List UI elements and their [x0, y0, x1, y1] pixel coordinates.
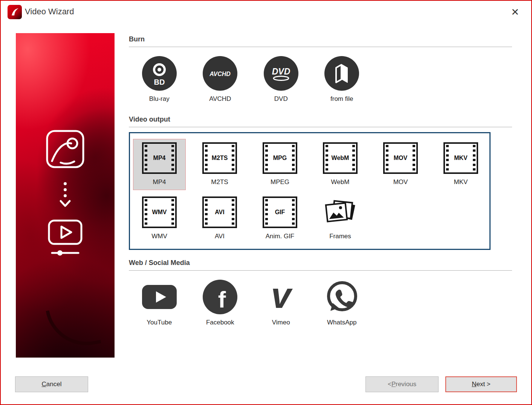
video-output-item-frames[interactable]: Frames — [314, 193, 367, 244]
film-icon: AVI — [202, 196, 237, 228]
video-player-icon — [49, 221, 81, 256]
video-output-item-avi[interactable]: AVI AVI — [193, 193, 246, 244]
film-holes — [352, 145, 355, 171]
video-output-label: MOV — [393, 178, 408, 186]
avchd-disc-icon: AVCHD — [203, 56, 237, 91]
web-item-facebook[interactable]: f Facebook — [190, 280, 251, 326]
button-text: ext > — [476, 381, 490, 388]
cancel-button[interactable]: Cancel — [15, 376, 88, 392]
film-holes — [145, 199, 147, 225]
film-holes — [171, 199, 174, 225]
film-holes — [292, 145, 295, 171]
svg-text:v: v — [271, 280, 293, 314]
web-item-whatsapp[interactable]: WhatsApp — [312, 280, 373, 326]
film-holes — [473, 145, 475, 171]
video-output-label: Frames — [329, 233, 351, 240]
window-title: Video Wizard — [25, 7, 74, 17]
video-output-item-mkv[interactable]: MKV MKV — [434, 139, 487, 190]
video-wizard-dialog: { "window": { "title": "Video Wizard", "… — [0, 0, 532, 405]
arrow-down-icon — [61, 182, 70, 206]
film-icon: M2TS — [202, 142, 237, 174]
video-output-label: WMV — [151, 233, 167, 240]
section-title-video-output: Video output — [129, 116, 512, 127]
burn-item-bluray[interactable]: BD Blu-ray — [129, 56, 190, 103]
video-output-label: MKV — [454, 178, 468, 186]
youtube-icon — [142, 280, 177, 314]
button-text: N — [472, 381, 476, 388]
whatsapp-icon — [324, 280, 359, 314]
film-icon: MKV — [443, 142, 478, 174]
title-bar: Video Wizard ✕ — [1, 1, 531, 24]
wizard-sidebar-image — [16, 33, 115, 358]
web-item-label: YouTube — [147, 319, 172, 326]
film-holes — [386, 145, 388, 171]
burn-item-label: AVCHD — [209, 95, 231, 103]
app-logo-icon — [8, 5, 22, 19]
close-icon[interactable]: ✕ — [509, 6, 521, 18]
film-holes — [145, 145, 147, 171]
video-output-item-m2ts[interactable]: M2TS M2TS — [193, 139, 246, 190]
video-output-label: MPEG — [271, 178, 289, 186]
section-title-web-social: Web / Social Media — [129, 259, 512, 271]
button-text: < — [388, 381, 391, 388]
film-holes — [232, 199, 234, 225]
video-output-item-mov[interactable]: MOV MOV — [374, 139, 427, 190]
section-title-burn: Burn — [129, 35, 512, 47]
svg-text:DVD: DVD — [272, 67, 290, 76]
video-output-item-wmv[interactable]: WMV WMV — [133, 193, 186, 244]
film-holes — [265, 199, 268, 225]
film-icon: MPG — [263, 142, 297, 174]
film-holes — [413, 145, 415, 171]
facebook-icon: f — [203, 280, 237, 314]
video-output-label: MP4 — [153, 178, 166, 186]
burn-item-avchd[interactable]: AVCHD AVCHD — [190, 56, 251, 103]
video-output-item-mpeg[interactable]: MPG MPEG — [254, 139, 306, 190]
video-output-item-anim-gif[interactable]: GIF Anim. GIF — [254, 193, 306, 244]
web-item-label: Vimeo — [272, 319, 290, 326]
video-output-item-mp4[interactable]: MP4 MP4 — [133, 139, 186, 190]
video-output-item-webm[interactable]: WebM WebM — [314, 139, 367, 190]
film-icon: MOV — [383, 142, 418, 174]
web-item-youtube[interactable]: YouTube — [129, 280, 190, 326]
button-text: revious — [396, 381, 416, 388]
film-holes — [265, 145, 268, 171]
web-item-vimeo[interactable]: v Vimeo — [251, 280, 312, 326]
button-text: P — [391, 381, 396, 388]
button-text: ancel — [46, 381, 62, 388]
vimeo-icon: v — [264, 280, 298, 314]
web-item-label: WhatsApp — [327, 319, 356, 326]
film-holes — [326, 145, 328, 171]
photo-stack-icon — [323, 196, 358, 228]
video-output-label: Anim. GIF — [266, 233, 295, 240]
bluray-disc-icon: BD — [142, 56, 177, 91]
burn-item-dvd[interactable]: DVD DVD — [251, 56, 312, 103]
film-icon: GIF — [263, 196, 297, 228]
film-holes — [171, 145, 174, 171]
film-holes — [446, 145, 449, 171]
next-button[interactable]: Next > — [445, 376, 517, 392]
web-social-row: YouTube f Facebook v Vimeo WhatsApp — [129, 280, 518, 326]
film-icon: MP4 — [142, 142, 177, 174]
film-holes — [292, 199, 295, 225]
burn-item-from-file[interactable]: from file — [312, 56, 373, 103]
previous-button[interactable]: < Previous — [365, 376, 439, 392]
film-icon: WMV — [142, 196, 177, 228]
burn-item-label: Blu-ray — [149, 95, 170, 103]
dvd-disc-icon: DVD — [264, 56, 298, 91]
burn-row: BD Blu-ray AVCHD AVCHD DVD DVD — [129, 56, 518, 103]
svg-text:AVCHD: AVCHD — [209, 71, 231, 77]
video-output-selection-frame: MP4 MP4 M2TS M2TS MPG MPEG We — [129, 132, 491, 250]
film-icon: WebM — [323, 142, 358, 174]
film-holes — [205, 145, 208, 171]
web-item-label: Facebook — [206, 319, 234, 326]
film-holes — [205, 199, 208, 225]
video-output-label: M2TS — [211, 178, 228, 186]
button-text: C — [42, 381, 46, 388]
svg-text:f: f — [218, 286, 226, 312]
svg-text:BD: BD — [154, 78, 165, 86]
wizard-step-glyphs — [16, 33, 115, 358]
images-icon — [47, 131, 83, 167]
wizard-content: Burn BD Blu-ray AVCHD AVCHD DVD DV — [129, 33, 518, 326]
burn-item-label: DVD — [274, 95, 288, 103]
burn-item-label: from file — [330, 95, 353, 103]
